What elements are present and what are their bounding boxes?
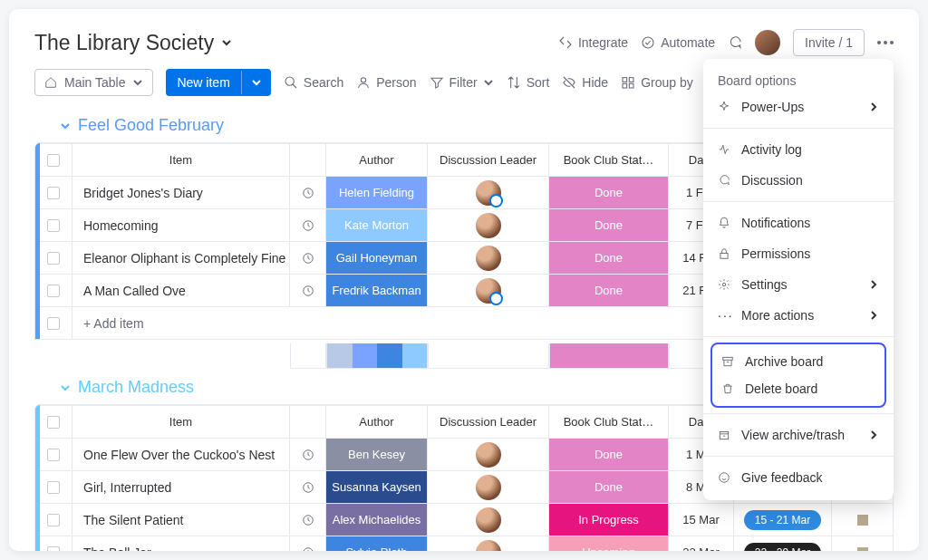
- author-cell[interactable]: Kate Morton: [325, 209, 427, 241]
- column-header-item[interactable]: Item: [72, 144, 289, 176]
- author-cell[interactable]: Helen Fielding: [325, 177, 427, 208]
- leader-cell[interactable]: [427, 439, 548, 470]
- file-cell[interactable]: [831, 536, 893, 551]
- item-name[interactable]: Homecoming: [72, 209, 289, 241]
- file-thumbnail[interactable]: [857, 515, 868, 526]
- group-name: Feel Good February: [78, 116, 224, 135]
- leader-cell[interactable]: [427, 536, 548, 551]
- menu-more-actions[interactable]: ··· More actions: [703, 300, 894, 331]
- row-checkbox[interactable]: [35, 275, 72, 306]
- item-name[interactable]: Bridget Jones's Diary: [72, 177, 289, 208]
- trash-icon: [721, 382, 734, 395]
- item-name[interactable]: Eleanor Oliphant is Completely Fine: [72, 242, 289, 274]
- activity-icon: [718, 143, 730, 156]
- column-header-leader[interactable]: Discussion Leader: [427, 406, 548, 438]
- menu-notifications[interactable]: Notifications: [703, 208, 894, 238]
- author-cell[interactable]: Sylvia Plath: [325, 536, 427, 551]
- author-cell[interactable]: Alex Michaelides: [325, 504, 427, 536]
- menu-discussion[interactable]: Discussion: [703, 165, 894, 196]
- table-row[interactable]: The Bell Jar Sylvia Plath Upcoming 22 Ma…: [35, 536, 893, 551]
- item-name[interactable]: The Bell Jar: [72, 536, 289, 551]
- timeline-cell[interactable]: 22 - 29 Mar: [733, 536, 831, 551]
- automate-button[interactable]: Automate: [641, 35, 715, 50]
- menu-permissions[interactable]: Permissions: [703, 238, 894, 269]
- timeline-cell[interactable]: 15 - 21 Mar: [733, 504, 831, 536]
- open-conversation[interactable]: [289, 209, 325, 241]
- menu-settings[interactable]: Settings: [703, 269, 894, 300]
- date-cell[interactable]: 15 Mar: [668, 504, 733, 536]
- row-checkbox[interactable]: [35, 536, 72, 551]
- status-cell[interactable]: In Progress: [548, 504, 668, 536]
- menu-archive-board[interactable]: Archive board: [712, 348, 884, 375]
- leader-cell[interactable]: [427, 177, 548, 208]
- row-checkbox[interactable]: [35, 471, 72, 503]
- status-cell[interactable]: Upcoming: [548, 536, 668, 551]
- select-all-checkbox[interactable]: [35, 406, 72, 438]
- author-cell[interactable]: Ben Kesey: [325, 439, 427, 470]
- invite-button[interactable]: Invite / 1: [793, 29, 865, 56]
- open-conversation[interactable]: [289, 242, 325, 274]
- leader-cell[interactable]: [427, 209, 548, 241]
- row-checkbox[interactable]: [35, 504, 72, 536]
- column-header-status[interactable]: Book Club Stat…: [548, 406, 668, 438]
- column-header-author[interactable]: Author: [325, 144, 427, 176]
- file-cell[interactable]: [831, 504, 893, 536]
- menu-power-ups[interactable]: Power-Ups: [703, 92, 894, 122]
- leader-cell[interactable]: [427, 504, 548, 536]
- row-checkbox[interactable]: [35, 177, 72, 208]
- group-by-button[interactable]: Group by: [621, 75, 693, 90]
- open-conversation[interactable]: [289, 177, 325, 208]
- search-button[interactable]: Search: [284, 75, 343, 90]
- filter-button[interactable]: Filter: [430, 75, 494, 90]
- open-conversation[interactable]: [289, 536, 325, 551]
- user-avatar[interactable]: [755, 30, 780, 55]
- leader-cell[interactable]: [427, 242, 548, 274]
- open-conversation[interactable]: [289, 275, 325, 306]
- conversation-icon: [302, 481, 314, 494]
- column-header-leader[interactable]: Discussion Leader: [427, 144, 548, 176]
- person-filter[interactable]: Person: [356, 75, 416, 90]
- status-summary: [549, 343, 669, 369]
- select-all-checkbox[interactable]: [35, 144, 72, 176]
- menu-view-archive[interactable]: View archive/trash: [703, 420, 894, 450]
- status-cell[interactable]: Done: [548, 209, 668, 241]
- hide-button[interactable]: Hide: [562, 75, 608, 90]
- open-conversation[interactable]: [289, 504, 325, 536]
- more-options-button[interactable]: [877, 41, 894, 44]
- board-title[interactable]: The Library Society: [34, 31, 232, 55]
- status-cell[interactable]: Done: [548, 242, 668, 274]
- row-checkbox[interactable]: [35, 242, 72, 274]
- menu-feedback[interactable]: Give feedback: [703, 462, 894, 493]
- date-cell[interactable]: 22 Mar: [668, 536, 733, 551]
- status-cell[interactable]: Done: [548, 275, 668, 306]
- menu-activity-log[interactable]: Activity log: [703, 134, 894, 165]
- column-header-author[interactable]: Author: [325, 406, 427, 438]
- integrate-button[interactable]: Integrate: [558, 35, 628, 50]
- file-thumbnail[interactable]: [857, 547, 868, 552]
- author-cell[interactable]: Susanna Kaysen: [325, 471, 427, 503]
- new-item-dropdown[interactable]: [241, 71, 271, 94]
- item-name[interactable]: Girl, Interrupted: [72, 471, 289, 503]
- new-item-button[interactable]: New item: [166, 69, 270, 96]
- item-name[interactable]: A Man Called Ove: [72, 275, 289, 306]
- row-checkbox[interactable]: [35, 209, 72, 241]
- menu-delete-board[interactable]: Delete board: [712, 375, 884, 402]
- row-checkbox[interactable]: [35, 439, 72, 470]
- column-header-status[interactable]: Book Club Stat…: [548, 144, 668, 176]
- open-conversation[interactable]: [289, 471, 325, 503]
- leader-cell[interactable]: [427, 471, 548, 503]
- status-cell[interactable]: Done: [548, 471, 668, 503]
- open-conversation[interactable]: [289, 439, 325, 470]
- table-row[interactable]: The Silent Patient Alex Michaelides In P…: [35, 503, 893, 536]
- author-cell[interactable]: Fredrik Backman: [325, 275, 427, 306]
- leader-cell[interactable]: [427, 275, 548, 306]
- status-cell[interactable]: Done: [548, 439, 668, 470]
- discussion-icon-button[interactable]: [728, 35, 742, 50]
- author-cell[interactable]: Gail Honeyman: [325, 242, 427, 274]
- view-selector[interactable]: Main Table: [34, 69, 153, 96]
- status-cell[interactable]: Done: [548, 177, 668, 208]
- column-header-item[interactable]: Item: [72, 406, 289, 438]
- sort-button[interactable]: Sort: [507, 75, 550, 90]
- item-name[interactable]: One Flew Over the Cuckoo's Nest: [72, 439, 289, 470]
- item-name[interactable]: The Silent Patient: [72, 504, 289, 536]
